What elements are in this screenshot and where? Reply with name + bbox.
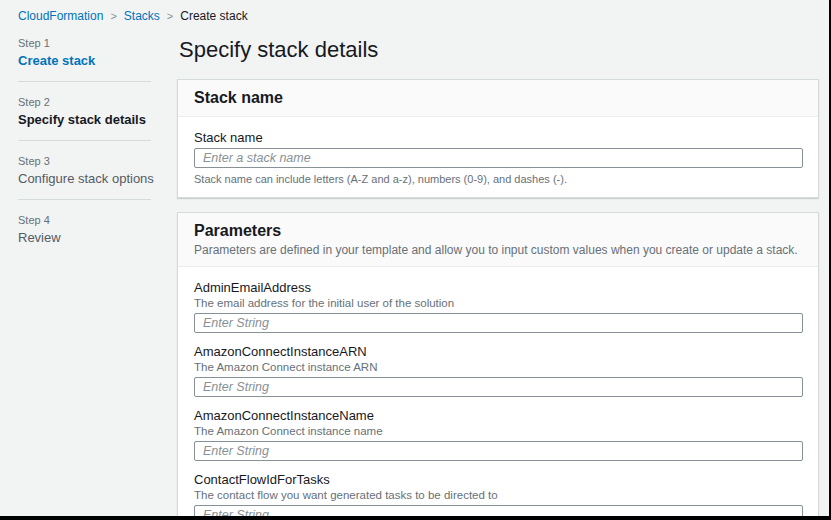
breadcrumb-current-page: Create stack bbox=[180, 9, 247, 23]
step-number: Step 1 bbox=[18, 37, 177, 49]
parameter-description: The contact flow you want generated task… bbox=[194, 488, 803, 502]
parameters-panel-body: AdminEmailAddress The email address for … bbox=[178, 267, 818, 520]
sidebar-step-2: Step 2 Specify stack details bbox=[18, 94, 177, 127]
parameters-panel-title: Parameters bbox=[194, 222, 802, 240]
wizard-steps-sidebar: Step 1 Create stack Step 2 Specify stack… bbox=[0, 35, 177, 520]
parameter-name: ContactFlowIdForTasks bbox=[194, 472, 803, 487]
cloudformation-create-stack-page: CloudFormation > Stacks > Create stack S… bbox=[0, 0, 831, 520]
parameter-field-admin-email-address: AdminEmailAddress The email address for … bbox=[194, 280, 803, 333]
breadcrumb: CloudFormation > Stacks > Create stack bbox=[0, 0, 829, 23]
sidebar-step-create-stack[interactable]: Create stack bbox=[18, 53, 177, 68]
contact-flow-id-for-tasks-input[interactable] bbox=[194, 505, 803, 520]
breadcrumb-stacks-link[interactable]: Stacks bbox=[124, 9, 160, 23]
parameter-description: The Amazon Connect instance name bbox=[194, 424, 803, 438]
sidebar-step-1: Step 1 Create stack bbox=[18, 35, 177, 68]
step-divider bbox=[18, 81, 151, 82]
stack-name-panel-body: Stack name Stack name can include letter… bbox=[178, 117, 818, 197]
sidebar-step-review: Review bbox=[18, 230, 177, 245]
parameter-field-amazon-connect-instance-arn: AmazonConnectInstanceARN The Amazon Conn… bbox=[194, 344, 803, 397]
parameter-name: AdminEmailAddress bbox=[194, 280, 803, 295]
step-number: Step 4 bbox=[18, 214, 177, 226]
stack-name-hint: Stack name can include letters (A-Z and … bbox=[194, 173, 803, 185]
stack-name-input[interactable] bbox=[194, 148, 803, 168]
amazon-connect-instance-name-input[interactable] bbox=[194, 441, 803, 461]
admin-email-address-input[interactable] bbox=[194, 313, 803, 333]
parameters-panel-description: Parameters are defined in your template … bbox=[194, 243, 802, 257]
breadcrumb-cloudformation-link[interactable]: CloudFormation bbox=[18, 9, 103, 23]
step-number: Step 3 bbox=[18, 155, 177, 167]
sidebar-step-specify-stack-details: Specify stack details bbox=[18, 112, 177, 127]
sidebar-step-configure-stack-options: Configure stack options bbox=[18, 171, 177, 186]
parameter-description: The email address for the initial user o… bbox=[194, 296, 803, 310]
page-layout: Step 1 Create stack Step 2 Specify stack… bbox=[0, 35, 829, 520]
stack-name-panel: Stack name Stack name Stack name can inc… bbox=[177, 79, 819, 198]
stack-name-panel-title: Stack name bbox=[194, 89, 802, 107]
parameter-field-amazon-connect-instance-name: AmazonConnectInstanceName The Amazon Con… bbox=[194, 408, 803, 461]
parameter-name: AmazonConnectInstanceARN bbox=[194, 344, 803, 359]
sidebar-step-4: Step 4 Review bbox=[18, 212, 177, 245]
step-number: Step 2 bbox=[18, 96, 177, 108]
parameters-panel-header: Parameters Parameters are defined in you… bbox=[178, 213, 818, 267]
parameter-name: AmazonConnectInstanceName bbox=[194, 408, 803, 423]
stack-name-label: Stack name bbox=[194, 130, 803, 145]
sidebar-step-3: Step 3 Configure stack options bbox=[18, 153, 177, 186]
breadcrumb-separator-icon: > bbox=[110, 10, 116, 22]
breadcrumb-separator-icon: > bbox=[167, 10, 173, 22]
step-divider bbox=[18, 140, 151, 141]
amazon-connect-instance-arn-input[interactable] bbox=[194, 377, 803, 397]
page-title: Specify stack details bbox=[179, 37, 819, 63]
parameter-description: The Amazon Connect instance ARN bbox=[194, 360, 803, 374]
stack-name-panel-header: Stack name bbox=[178, 80, 818, 117]
main-content: Specify stack details Stack name Stack n… bbox=[177, 35, 829, 520]
parameter-field-contact-flow-id-for-tasks: ContactFlowIdForTasks The contact flow y… bbox=[194, 472, 803, 520]
parameters-panel: Parameters Parameters are defined in you… bbox=[177, 212, 819, 520]
step-divider bbox=[18, 199, 151, 200]
